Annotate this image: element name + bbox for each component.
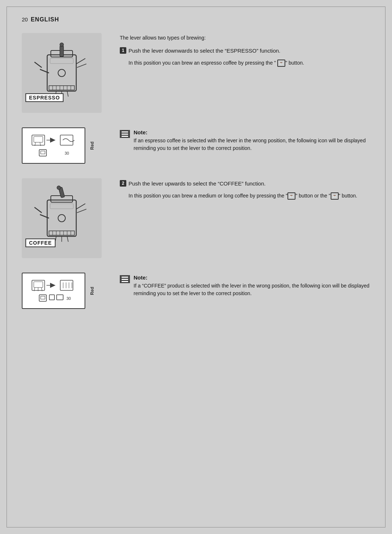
note-lines-2 (122, 277, 128, 282)
red-label-1: Red (90, 142, 95, 150)
page-header: 20 ENGLISH (22, 16, 370, 23)
note1-text: If an espresso coffee is selected with t… (134, 137, 370, 152)
note-line (122, 277, 128, 278)
svg-line-48 (76, 204, 85, 209)
svg-point-6 (58, 69, 65, 77)
coffee-label: COFFEE (25, 239, 56, 247)
panel-display-svg-1: 30 (28, 132, 79, 159)
coffee-cup-icon-long: ☕ (331, 192, 339, 200)
note-icon-1 (120, 130, 130, 138)
panel-display-svg-2: 30 (28, 277, 79, 305)
step2-detail: In this position you can brew a medium o… (128, 192, 370, 200)
svg-rect-4 (60, 46, 64, 57)
note1-content: Note: If an espresso coffee is selected … (134, 129, 370, 152)
note1-panel-row: 30 Red (22, 127, 109, 164)
step1-badge: 1 (120, 47, 126, 54)
svg-text:30: 30 (65, 151, 69, 155)
espresso-section: ESPRESSO The lever allows two types of b… (22, 33, 370, 113)
note2-text-col: Note: If a “COFFEE” product is selected … (120, 273, 370, 300)
svg-line-47 (67, 236, 68, 242)
step1-heading-row: 1 Push the lever downwards to select the… (120, 47, 370, 54)
coffee-image-col: COFFEE (22, 178, 109, 258)
display-panel-1: 30 (22, 127, 85, 164)
note2-panel-row: 30 Red (22, 273, 109, 309)
note-lines-1 (122, 131, 128, 137)
svg-rect-26 (60, 135, 73, 145)
svg-line-17 (67, 91, 68, 97)
intro-text: The lever allows two types of brewing: (120, 35, 370, 41)
svg-line-19 (77, 64, 86, 68)
note-line (122, 134, 128, 135)
step1-heading: Push the lever downwards to select the “… (128, 48, 281, 54)
svg-line-33 (34, 207, 42, 213)
svg-point-35 (57, 186, 61, 189)
note-line (122, 131, 128, 133)
svg-rect-27 (39, 150, 46, 156)
svg-rect-44 (50, 204, 73, 209)
svg-rect-21 (34, 136, 43, 142)
panel-inner-1: 30 (23, 129, 85, 162)
note-line (122, 136, 128, 137)
espresso-text-col: The lever allows two types of brewing: 1… (120, 33, 370, 67)
svg-rect-28 (41, 151, 45, 154)
svg-point-36 (58, 215, 65, 222)
coffee-text-col: 2 Push the lever upwards to select the “… (120, 178, 370, 200)
red-label-2: Red (90, 287, 95, 295)
note2-content: Note: If a “COFFEE” product is selected … (134, 274, 370, 297)
svg-rect-64 (49, 295, 54, 300)
note2-section: 30 Red Note: If a “COFFEE” (22, 273, 370, 309)
step1-detail: In this position you can brew an espress… (128, 59, 370, 67)
note1-block: Note: If an espresso coffee is selected … (120, 129, 370, 152)
coffee-section: COFFEE 2 Push the lever upwards to selec… (22, 178, 370, 258)
svg-rect-57 (60, 280, 73, 290)
step2-badge: 2 (120, 180, 126, 187)
svg-marker-24 (50, 138, 56, 143)
note2-block: Note: If a “COFFEE” product is selected … (120, 274, 370, 297)
note-icon-2 (120, 275, 130, 283)
svg-point-5 (60, 43, 64, 46)
espresso-machine-image: ESPRESSO (22, 33, 102, 113)
coffee-machine-image: COFFEE (22, 178, 102, 258)
svg-rect-65 (57, 295, 63, 300)
page-content: 20 ENGLISH (0, 0, 392, 345)
espresso-image-col: ESPRESSO (22, 33, 109, 113)
note2-text: If a “COFFEE” product is selected with t… (134, 282, 370, 297)
note1-title: Note: (134, 129, 147, 135)
svg-rect-63 (41, 296, 45, 299)
note2-panel-col: 30 Red (22, 273, 109, 309)
svg-line-18 (76, 58, 85, 64)
note-line (122, 279, 128, 280)
svg-rect-62 (39, 295, 46, 301)
note-line (122, 281, 128, 282)
svg-line-49 (77, 209, 86, 213)
svg-rect-51 (34, 282, 43, 288)
note1-section: 30 Red Note: If an espress (22, 127, 370, 164)
step2-heading-row: 2 Push the lever upwards to select the “… (120, 180, 370, 187)
step2-heading: Push the lever upwards to select the “CO… (128, 180, 266, 187)
note2-title: Note: (134, 274, 147, 281)
panel-inner-2: 30 (23, 274, 85, 307)
espresso-label: ESPRESSO (25, 93, 64, 102)
coffee-cup-icon-medium: ☕ (287, 192, 295, 200)
page-border-bottom (7, 527, 385, 527)
page-title: ENGLISH (31, 16, 59, 23)
note1-panel-col: 30 Red (22, 127, 109, 164)
svg-rect-14 (50, 58, 73, 64)
espresso-cup-icon: ☕ (277, 60, 285, 67)
display-panel-2: 30 (22, 273, 85, 309)
note1-text-col: Note: If an espresso coffee is selected … (120, 127, 370, 155)
svg-text:30: 30 (66, 296, 71, 301)
svg-line-3 (34, 62, 42, 68)
page-number: 20 (22, 16, 28, 23)
svg-marker-55 (50, 283, 56, 288)
